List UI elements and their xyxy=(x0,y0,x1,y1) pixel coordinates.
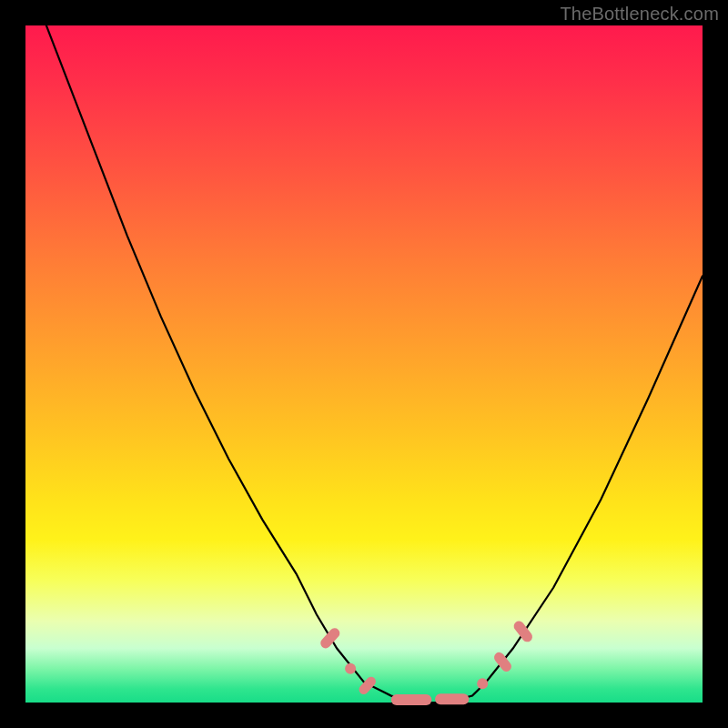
marker-4 xyxy=(435,693,469,704)
marker-0 xyxy=(318,626,342,651)
bottleneck-curve xyxy=(25,0,703,703)
chart-frame: TheBottleneck.com xyxy=(0,0,728,728)
plot-area xyxy=(25,25,703,703)
markers-group xyxy=(318,619,534,705)
curve-layer xyxy=(25,25,703,703)
watermark-text: TheBottleneck.com xyxy=(560,4,719,25)
marker-3 xyxy=(391,694,432,705)
marker-1 xyxy=(345,663,356,674)
marker-5 xyxy=(477,678,488,689)
